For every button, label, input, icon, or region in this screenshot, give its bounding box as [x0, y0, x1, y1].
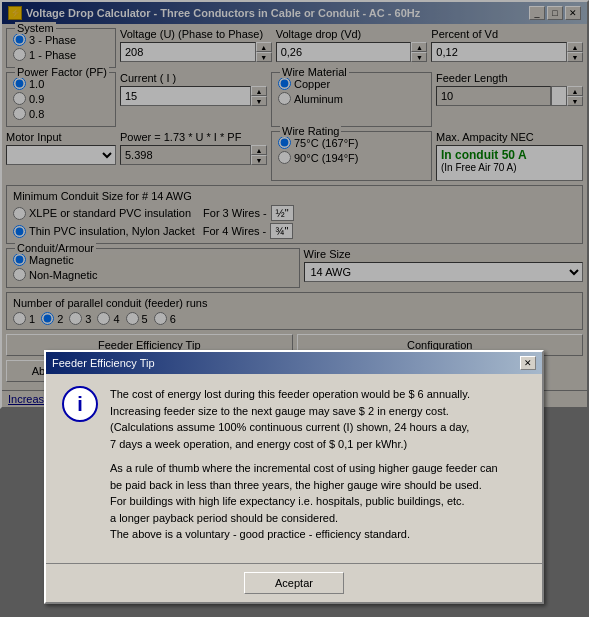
feeder-tip-dialog: Feeder Efficiency Tip ✕ i The cost of en… [44, 350, 544, 409]
dialog-text: The cost of energy lost during this feed… [110, 386, 498, 409]
dialog-titlebar: Feeder Efficiency Tip ✕ [46, 352, 542, 374]
dialog-close-button[interactable]: ✕ [520, 356, 536, 370]
dialog-overlay: Feeder Efficiency Tip ✕ i The cost of en… [0, 0, 589, 409]
dialog-text1: The cost of energy lost during this feed… [110, 386, 498, 409]
dialog-title: Feeder Efficiency Tip [52, 357, 155, 369]
dialog-body: i The cost of energy lost during this fe… [46, 374, 542, 409]
dialog-info-icon: i [62, 386, 98, 409]
